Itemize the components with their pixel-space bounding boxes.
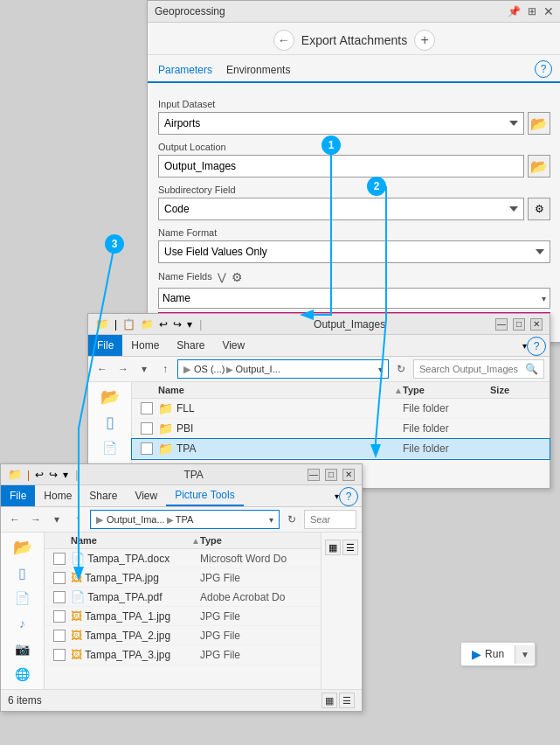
status-grid-button[interactable]: ▦ [321,693,337,708]
checkbox[interactable] [141,402,153,414]
minimize-button2[interactable]: — [308,469,320,481]
row-check-tpa[interactable] [139,442,155,455]
minimize-button1[interactable]: — [495,318,508,331]
table-row-jpg4[interactable]: 🖼 Tampa_TPA_3.jpg JPG File [45,645,321,665]
name-field-1-select[interactable]: Name [162,292,538,304]
help-button1[interactable]: ? [527,337,546,356]
pin-icon[interactable]: 📌 [508,5,521,17]
explorer1-redo[interactable]: ↪ [173,318,182,331]
ribbon-share-tab1[interactable]: Share [168,335,213,356]
input-dataset-select[interactable]: Airports [158,112,524,135]
ribbon-share-tab2[interactable]: Share [80,485,126,506]
dock-icon[interactable]: ⊞ [528,5,536,17]
up-nav-button2[interactable]: ↑ [69,511,86,528]
explorer1-chevron[interactable]: ▾ [187,318,192,331]
sidebar2-nav-icon3[interactable]: 📄 [10,587,36,609]
address-chevron2[interactable]: ▾ [269,515,273,525]
row-check-jpg1[interactable] [52,572,67,584]
sidebar-nav-icon2[interactable]: ▯ [97,411,123,434]
table-row-jpg1[interactable]: 🖼 Tampa_TPA.jpg JPG File [45,568,321,588]
input-dataset-folder-button[interactable]: 📂 [528,112,550,135]
name-fields-settings[interactable]: ⚙ [232,270,243,284]
row-check-jpg4[interactable] [52,649,67,661]
ribbon-home-tab1[interactable]: Home [122,335,168,356]
ribbon-view-tab2[interactable]: View [126,485,166,506]
close-button1[interactable]: ✕ [530,318,543,331]
explorer2-redo[interactable]: ↪ [49,469,58,481]
explorer1-undo[interactable]: ↩ [159,318,168,331]
row-check-docx[interactable] [52,553,67,565]
checkbox-jpg1[interactable] [53,572,66,584]
table-row-pdf[interactable]: 📄 Tampa_TPA.pdf Adobe Acrobat Do [45,588,321,607]
explorer2-undo[interactable]: ↩ [35,469,44,481]
address-bar2[interactable]: ▶ Output_Ima... ▶ TPA ▾ [90,510,280,529]
up-nav-button1[interactable]: ↑ [156,360,174,378]
search-bar1[interactable]: 🔍 [413,359,544,379]
subdirectory-settings-button[interactable]: ⚙ [528,198,550,220]
table-row[interactable]: 📁 PBI File folder [132,419,550,439]
tab-parameters[interactable]: Parameters [156,60,214,83]
tab-environments[interactable]: Environments [225,60,292,81]
run-dropdown-button[interactable]: ▼ [515,645,535,664]
address-chevron1[interactable]: ▾ [378,365,383,374]
maximize-button2[interactable]: □ [325,469,337,481]
ribbon-file-tab1[interactable]: File [88,335,122,356]
address-part2b[interactable]: TPA [176,514,194,525]
table-row-jpg3[interactable]: 🖼 Tampa_TPA_2.jpg JPG File [45,626,321,645]
col2-sort-icon[interactable]: ▲ [191,536,200,546]
ribbon-file-tab2[interactable]: File [1,485,35,506]
recent-nav-button1[interactable]: ▾ [135,360,153,378]
search-input2[interactable] [310,514,350,525]
forward-nav-button1[interactable]: → [114,360,132,378]
checkbox-jpg3[interactable] [53,630,66,642]
sidebar2-nav-icon4[interactable]: ♪ [10,612,36,635]
name-fields-chevron[interactable]: ⋁ [218,271,226,283]
sidebar2-nav-icon1[interactable]: 📂 [10,536,36,559]
checkbox-pdf[interactable] [53,591,66,603]
ribbon-home-tab2[interactable]: Home [35,485,80,506]
table-row-tpa[interactable]: 📁 TPA File folder [132,439,550,459]
grid-view-button[interactable]: ▦ [325,540,341,555]
sidebar2-nav-icon5[interactable]: 📷 [10,637,36,660]
address-part1b[interactable]: Output_I... [235,364,280,374]
explorer2-chevron[interactable]: ▾ [63,469,68,481]
table-row[interactable]: 📁 FLL File folder [132,399,550,419]
sidebar-nav-icon1[interactable]: 📂 [97,386,123,408]
add-button[interactable]: + [414,30,435,51]
recent-nav-button2[interactable]: ▾ [48,511,66,528]
row-check-jpg2[interactable] [52,610,67,623]
col-sort-icon[interactable]: ▲ [394,386,403,395]
ribbon-view-tab1[interactable]: View [213,335,253,356]
address-part2a[interactable]: Output_Ima... [107,514,165,525]
subdirectory-select[interactable]: Code [158,198,524,220]
status-list-button[interactable]: ☰ [339,693,355,708]
row-check-jpg3[interactable] [52,630,67,642]
checkbox-docx[interactable] [53,553,66,565]
address-bar1[interactable]: ▶ OS (...) ▶ Output_I... ▾ [177,359,389,379]
output-location-input[interactable] [158,155,524,178]
row-check[interactable] [139,402,155,414]
back-nav-button1[interactable]: ← [93,360,111,378]
search-bar2[interactable] [304,510,356,529]
row-check[interactable] [139,422,155,435]
output-location-folder-button[interactable]: 📂 [528,155,550,178]
name-format-select[interactable]: Use Field Values Only [158,240,550,263]
checkbox-jpg2[interactable] [53,610,66,623]
back-nav-button2[interactable]: ← [6,511,24,528]
checkbox[interactable] [141,422,153,435]
table-row-jpg2[interactable]: 🖼 Tampa_TPA_1.jpg JPG File [45,607,321,626]
list-view-button[interactable]: ☰ [342,540,358,555]
help-button2[interactable]: ? [339,487,358,506]
address-part1a[interactable]: OS (...) [194,364,225,374]
run-button-container[interactable]: ▶ Run ▼ [460,642,536,666]
ribbon-picture-tools-tab[interactable]: Picture Tools [166,485,243,506]
close-button2[interactable]: ✕ [342,469,355,481]
row-check-pdf[interactable] [52,591,67,603]
back-button[interactable]: ← [273,30,294,51]
sidebar2-nav-icon6[interactable]: 🌐 [10,663,36,686]
refresh-button1[interactable]: ↻ [392,360,410,378]
sidebar-nav-icon3[interactable]: 📄 [97,436,123,459]
maximize-button1[interactable]: □ [513,318,525,331]
run-main[interactable]: ▶ Run [461,643,515,665]
refresh-button2[interactable]: ↻ [283,511,301,528]
